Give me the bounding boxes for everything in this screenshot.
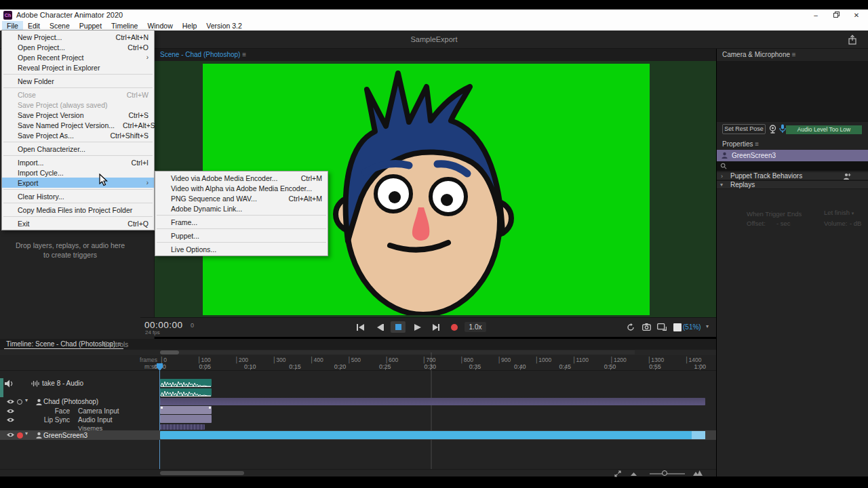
record-button[interactable] [447, 321, 462, 333]
visemes-clip[interactable] [160, 424, 205, 430]
menu-file[interactable]: File [2, 21, 23, 30]
file-menu-item-clear-history[interactable]: Clear History... [2, 191, 154, 201]
chevron-down-icon[interactable]: ▾ [25, 397, 28, 403]
eye-icon[interactable] [6, 399, 15, 405]
menu-window[interactable]: Window [142, 21, 177, 30]
record-armed-icon[interactable] [17, 432, 23, 439]
file-menu-item-open-characterizer[interactable]: Open Characterizer... [2, 144, 154, 154]
ruler-frame-tick: │1400 [685, 357, 701, 363]
export-submenu-item-video-with-alpha-via-adobe-media-encoder[interactable]: Video with Alpha via Adobe Media Encoder… [155, 183, 328, 193]
stop-button[interactable] [391, 321, 406, 333]
file-menu-item-save-project-version[interactable]: Save Project VersionCtrl+S [2, 110, 154, 120]
file-menu-item-save-project-as[interactable]: Save Project As...Ctrl+Shift+S [2, 130, 154, 140]
properties-panel-menu-icon[interactable]: ≡ [755, 140, 759, 148]
controls-tab[interactable]: Controls [103, 341, 128, 348]
greenscreen-track-bar[interactable] [160, 431, 705, 439]
loop-button[interactable] [623, 321, 638, 333]
greenscreen-bar-tip [692, 431, 705, 439]
export-submenu-item-live-options[interactable]: Live Options... [155, 244, 328, 254]
file-menu-item-import-cycle[interactable]: Import Cycle... [2, 167, 154, 178]
audio-take-clip[interactable] [160, 388, 212, 396]
file-menu-item-import[interactable]: Import...Ctrl+I [2, 157, 154, 167]
chevron-down-icon[interactable]: ▾ [25, 430, 28, 436]
close-button[interactable]: ✕ [846, 9, 867, 21]
chad-track-bar[interactable] [160, 398, 705, 405]
file-menu-item-save-named-project-version[interactable]: Save Named Project Version...Ctrl+Alt+S [2, 120, 154, 130]
timeline-ruler[interactable]: frames m:ss │0│100│200│300│400│500│600│7… [0, 355, 716, 371]
zoom-level[interactable]: (51%) [683, 323, 701, 331]
microphone-icon[interactable] [779, 124, 786, 134]
lipsync-clip[interactable] [160, 415, 212, 423]
file-menu-item-copy-media-files-into-project-folder[interactable]: Copy Media Files into Project Folder [2, 205, 154, 215]
file-menu-item-reveal-project-in-explorer[interactable]: Reveal Project in Explorer [2, 62, 154, 73]
file-menu-item-new-project[interactable]: New Project...Ctrl+Alt+N [2, 32, 154, 42]
menu-timeline[interactable]: Timeline [106, 21, 142, 30]
track-name-audio[interactable]: take 8 - Audio [42, 380, 83, 387]
menu-scene[interactable]: Scene [45, 21, 75, 30]
menu-version[interactable]: Version 3.2 [201, 21, 247, 30]
puppet-track-behaviors-row[interactable]: › Puppet Track Behaviors [717, 171, 868, 180]
webcam-icon[interactable] [768, 125, 777, 134]
submenu-arrow-icon: › [146, 54, 149, 61]
set-rest-pose-button[interactable]: Set Rest Pose [722, 124, 766, 134]
track-name-greenscreen[interactable]: GreenScreen3 [43, 432, 87, 439]
restore-button[interactable] [826, 9, 846, 21]
play-button[interactable] [410, 321, 425, 333]
when-trigger-ends-label: When Trigger Ends [747, 210, 802, 218]
export-submenu-item-adobe-dynamic-link[interactable]: Adobe Dynamic Link... [155, 203, 328, 214]
export-submenu-item-frame[interactable]: Frame... [155, 217, 328, 227]
previous-frame-button[interactable] [372, 321, 387, 333]
add-behavior-icon[interactable] [843, 173, 851, 180]
scene-tab[interactable]: Scene - Chad (Photoshop) ≡ [160, 51, 246, 58]
audio-take-clip[interactable] [160, 379, 212, 387]
timeline-zoom-slider[interactable] [650, 473, 685, 474]
zoom-out-mountain-icon[interactable] [631, 472, 637, 476]
menu-help[interactable]: Help [178, 21, 202, 30]
subtrack-name-face[interactable]: Face [39, 407, 70, 415]
playback-speed[interactable]: 1.0x [465, 322, 486, 332]
expand-panel-icon[interactable] [614, 470, 621, 477]
work-area-marker [431, 352, 432, 469]
horizontal-scrollbar-thumb[interactable] [160, 471, 244, 475]
zoom-in-mountains-icon[interactable] [693, 470, 703, 476]
properties-selected-item[interactable]: GreenScreen3 [717, 150, 868, 161]
menu-puppet[interactable]: Puppet [75, 21, 106, 30]
background-color-swatch[interactable] [673, 323, 682, 331]
arm-record-toggle[interactable] [17, 399, 22, 405]
properties-search-input[interactable] [717, 161, 868, 171]
timeline-zoom-scrollbar[interactable] [0, 350, 716, 355]
scene-panel-menu-icon[interactable]: ≡ [242, 51, 246, 58]
file-menu-shortcut: Ctrl+O [127, 43, 149, 52]
scrollbar-thumb[interactable] [160, 350, 179, 354]
file-menu-item-exit[interactable]: ExitCtrl+Q [2, 218, 154, 228]
minimize-button[interactable]: – [806, 9, 826, 21]
snapshot-button[interactable] [639, 321, 654, 333]
camera-panel-menu-icon[interactable]: ≡ [792, 51, 796, 58]
zoom-slider-knob[interactable] [662, 470, 667, 476]
share-export-icon[interactable] [848, 35, 857, 45]
export-submenu-separator [155, 214, 328, 217]
eye-icon[interactable] [6, 408, 15, 414]
menu-edit[interactable]: Edit [23, 21, 45, 30]
eye-icon[interactable] [6, 417, 15, 423]
subtrack-name-lipsync[interactable]: Lip Sync [34, 416, 70, 424]
ruler-tick-mark [610, 368, 611, 370]
mercury-stream-button[interactable] [654, 321, 669, 333]
file-menu-item-open-project[interactable]: Open Project...Ctrl+O [2, 42, 154, 52]
next-frame-button[interactable] [429, 321, 443, 333]
export-submenu-item-puppet[interactable]: Puppet... [155, 230, 328, 241]
export-submenu-item-png-sequence-and-wav[interactable]: PNG Sequence and WAV...Ctrl+Alt+M [155, 193, 328, 203]
file-menu-item-open-recent-project[interactable]: Open Recent Project› [2, 52, 154, 62]
file-menu-separator [2, 188, 154, 191]
file-menu-item-export[interactable]: Export› [2, 178, 154, 188]
export-submenu-item-video-via-adobe-media-encoder[interactable]: Video via Adobe Media Encoder...Ctrl+M [155, 173, 328, 183]
file-menu-item-new-folder[interactable]: New Folder [2, 76, 154, 86]
speaker-icon[interactable] [5, 380, 14, 388]
replays-row[interactable]: ▾ Replays [717, 180, 868, 189]
go-to-start-button[interactable] [353, 321, 368, 333]
track-name-chad[interactable]: Chad (Photoshop) [43, 398, 98, 405]
face-clip[interactable] [160, 406, 212, 414]
eye-icon[interactable] [6, 432, 15, 438]
file-menu-label: Exit [18, 220, 119, 228]
zoom-dropdown-icon[interactable]: ▾ [706, 323, 709, 329]
